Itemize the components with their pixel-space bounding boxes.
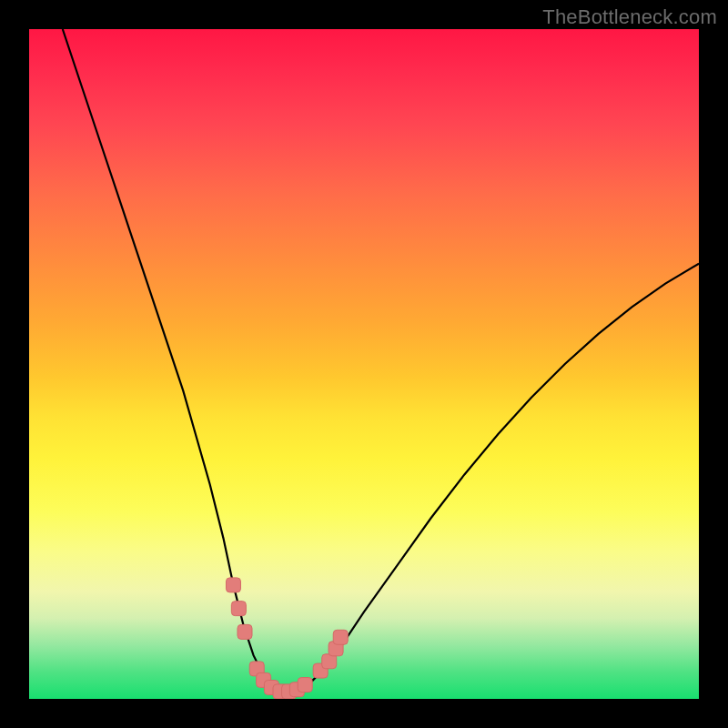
- curve-markers: [226, 578, 348, 699]
- watermark-text: TheBottleneck.com: [542, 5, 717, 29]
- chart-frame: TheBottleneck.com: [0, 0, 728, 728]
- curve-marker: [298, 678, 312, 693]
- chart-plot-area: [29, 29, 699, 699]
- chart-svg: [29, 29, 699, 699]
- curve-marker: [226, 578, 240, 592]
- bottleneck-curve: [63, 29, 699, 692]
- curve-marker: [333, 630, 348, 644]
- curve-marker: [238, 624, 252, 639]
- curve-marker: [231, 602, 246, 616]
